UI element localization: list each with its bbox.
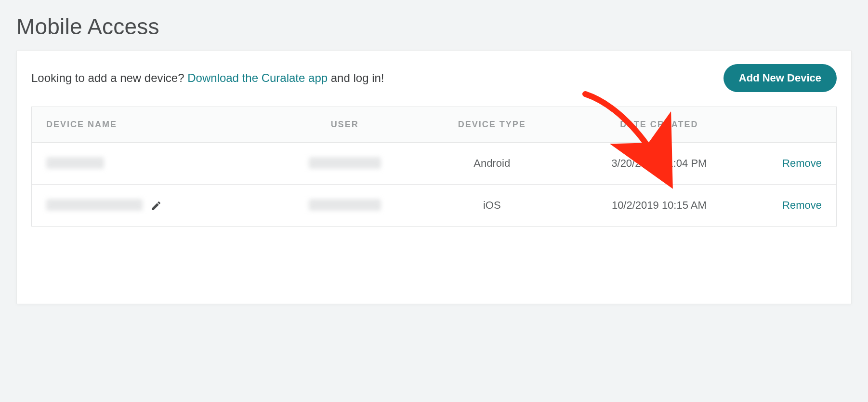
add-new-device-button[interactable]: Add New Device (723, 64, 837, 92)
add-device-prompt: Looking to add a new device? Download th… (31, 71, 384, 85)
table-row: xxxxxxx xxxxxxxxx Android 3/20/2018 11:0… (32, 143, 837, 185)
device-name-redacted: xxxxxxxxxxxxxx (46, 199, 143, 211)
page-title: Mobile Access (16, 13, 852, 40)
col-device-type: DEVICE TYPE (420, 107, 564, 143)
col-user: USER (269, 107, 420, 143)
device-type: Android (420, 143, 564, 185)
date-created: 10/2/2019 10:15 AM (564, 185, 754, 227)
table-row: xxxxxxxxxxxxxx xxxxxxxxxxx iOS 10/2/2019… (32, 185, 837, 227)
device-type: iOS (420, 185, 564, 227)
date-created: 3/20/2018 11:04 PM (564, 143, 754, 185)
prompt-suffix: and log in! (328, 71, 384, 84)
devices-table: DEVICE NAME USER DEVICE TYPE DATE CREATE… (31, 107, 837, 227)
col-date-created: DATE CREATED (564, 107, 754, 143)
col-device-name: DEVICE NAME (32, 107, 269, 143)
prompt-prefix: Looking to add a new device? (31, 71, 187, 84)
edit-icon[interactable] (150, 200, 162, 212)
remove-button[interactable]: Remove (782, 199, 822, 211)
col-actions (755, 107, 837, 143)
user-redacted: xxxxxxxxxxx (309, 199, 381, 211)
device-name-redacted: xxxxxxx (46, 157, 104, 169)
user-redacted: xxxxxxxxx (309, 157, 381, 169)
remove-button[interactable]: Remove (782, 157, 822, 169)
download-app-link[interactable]: Download the Curalate app (187, 71, 328, 84)
devices-card: Looking to add a new device? Download th… (16, 50, 852, 304)
